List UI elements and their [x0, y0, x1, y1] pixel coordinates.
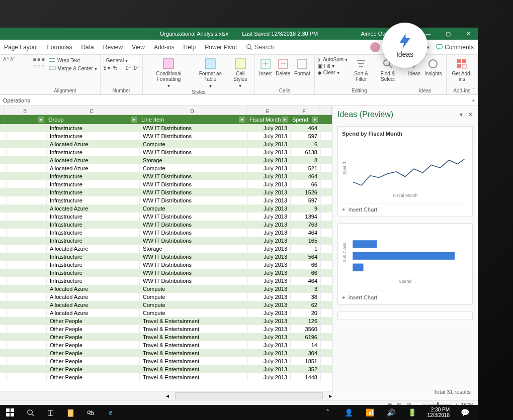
- cell-spend[interactable]: 66: [291, 261, 321, 269]
- avatar[interactable]: [370, 42, 380, 52]
- cell-spend[interactable]: 464: [291, 124, 321, 132]
- cell-spend[interactable]: 3: [291, 285, 321, 293]
- cell-group[interactable]: Other People: [47, 333, 140, 341]
- cell-group[interactable]: Other People: [47, 373, 140, 381]
- menu-formulas[interactable]: Formulas: [47, 44, 72, 51]
- search-icon[interactable]: [20, 405, 40, 420]
- cell-line-item[interactable]: Travel & Entertainment: [140, 365, 248, 373]
- table-row[interactable]: InfrastructureWW IT DistributionsJuly 20…: [0, 196, 332, 204]
- cell-line-item[interactable]: WW IT Distributions: [140, 277, 248, 285]
- table-row[interactable]: Allocated AzureComputeJuly 20136: [0, 140, 332, 148]
- filter-dropdown-icon[interactable]: ▾: [131, 117, 137, 123]
- cell-month[interactable]: July 2013: [248, 253, 291, 261]
- table-row[interactable]: InfrastructureWW IT DistributionsJuly 20…: [0, 221, 332, 229]
- cell-group[interactable]: Infrastructure: [47, 229, 140, 237]
- table-row[interactable]: Allocated AzureComputeJuly 2013521: [0, 164, 332, 172]
- cell-group[interactable]: Other People: [47, 325, 140, 333]
- cell-group[interactable]: Allocated Azure: [47, 156, 140, 164]
- conditional-formatting-button[interactable]: Conditional Formatting▾: [146, 57, 192, 89]
- cell-month[interactable]: July 2013: [248, 204, 291, 213]
- cell-month[interactable]: July 2013: [248, 365, 291, 373]
- filter-dropdown-icon[interactable]: ▾: [38, 117, 44, 123]
- table-row[interactable]: Other PeopleTravel & EntertainmentJuly 2…: [0, 365, 332, 373]
- cell-line-item[interactable]: Compute: [140, 140, 248, 148]
- pane-close-icon[interactable]: ✕: [468, 111, 473, 118]
- cell-month[interactable]: July 2013: [248, 172, 291, 180]
- cell-line-item[interactable]: Compute: [140, 301, 248, 309]
- table-row[interactable]: Allocated AzureComputeJuly 201320: [0, 309, 332, 317]
- table-row[interactable]: InfrastructureWW IT DistributionsJuly 20…: [0, 148, 332, 156]
- table-row[interactable]: InfrastructureWW IT DistributionsJuly 20…: [0, 237, 332, 245]
- collapse-ribbon-icon[interactable]: ˄: [472, 87, 475, 93]
- insert-chart-button[interactable]: + Insert Chart: [342, 291, 468, 300]
- cell-spend[interactable]: 1851: [291, 357, 321, 365]
- number-format-select[interactable]: General ▾: [104, 57, 139, 64]
- cell-month[interactable]: July 2013: [248, 269, 291, 277]
- table-row[interactable]: InfrastructureWW IT DistributionsJuly 20…: [0, 213, 332, 221]
- cell-spend[interactable]: 8: [291, 156, 321, 164]
- table-row[interactable]: Other PeopleTravel & EntertainmentJuly 2…: [0, 373, 332, 381]
- cell-group[interactable]: Infrastructure: [47, 148, 140, 156]
- menu-addins[interactable]: Add-ins: [154, 44, 175, 51]
- edge-icon[interactable]: e: [101, 405, 121, 420]
- cell-spend[interactable]: 464: [291, 172, 321, 180]
- search-input[interactable]: Search: [246, 44, 274, 51]
- table-row[interactable]: Other PeopleTravel & EntertainmentJuly 2…: [0, 341, 332, 349]
- comments-button[interactable]: Comments: [436, 44, 474, 51]
- table-row[interactable]: InfrastructureWW IT DistributionsJuly 20…: [0, 253, 332, 261]
- pane-minimize-icon[interactable]: ▾: [460, 111, 463, 118]
- cell-month[interactable]: July 2013: [248, 325, 291, 333]
- sort-filter-button[interactable]: Sort & Filter: [350, 57, 373, 83]
- cell-spend[interactable]: 66: [291, 180, 321, 188]
- menu-help[interactable]: Help: [184, 44, 196, 51]
- cell-group[interactable]: Allocated Azure: [47, 285, 140, 293]
- menu-data[interactable]: Data: [81, 44, 94, 51]
- cell-line-item[interactable]: Travel & Entertainment: [140, 349, 248, 357]
- table-row[interactable]: InfrastructureWW IT DistributionsJuly 20…: [0, 269, 332, 277]
- scroll-left-icon[interactable]: ◂: [166, 392, 169, 399]
- cell-spend[interactable]: 6: [291, 140, 321, 148]
- close-icon[interactable]: ✕: [461, 28, 476, 40]
- cell-spend[interactable]: 6196: [291, 333, 321, 341]
- cell-month[interactable]: July 2013: [248, 309, 291, 317]
- table-row[interactable]: Other PeopleTravel & EntertainmentJuly 2…: [0, 357, 332, 365]
- cell-group[interactable]: Infrastructure: [47, 237, 140, 245]
- cell-group[interactable]: Infrastructure: [47, 261, 140, 269]
- cell-line-item[interactable]: WW IT Distributions: [140, 132, 248, 140]
- menu-page-layout[interactable]: Page Layout: [4, 44, 38, 51]
- cell-spend[interactable]: 521: [291, 164, 321, 172]
- cell-month[interactable]: July 2013: [248, 293, 291, 301]
- cell-line-item[interactable]: WW IT Distributions: [140, 229, 248, 237]
- cell-group[interactable]: Allocated Azure: [47, 204, 140, 213]
- cell-spend[interactable]: 62: [291, 301, 321, 309]
- cell-spend[interactable]: 1526: [291, 188, 321, 196]
- insert-chart-button[interactable]: + Insert Chart: [342, 203, 468, 213]
- cell-group[interactable]: Allocated Azure: [47, 140, 140, 148]
- table-row[interactable]: InfrastructureWW IT DistributionsJuly 20…: [0, 172, 332, 180]
- table-row[interactable]: Allocated AzureComputeJuly 201362: [0, 301, 332, 309]
- volume-icon[interactable]: 🔊: [381, 405, 401, 420]
- cell-spend[interactable]: 1: [291, 245, 321, 253]
- cell-month[interactable]: July 2013: [248, 221, 291, 229]
- cell-line-item[interactable]: Travel & Entertainment: [140, 317, 248, 325]
- cell-spend[interactable]: 9: [291, 204, 321, 213]
- table-row[interactable]: InfrastructureWW IT DistributionsJuly 20…: [0, 229, 332, 237]
- cell-spend[interactable]: 165: [291, 237, 321, 245]
- table-row[interactable]: Allocated AzureComputeJuly 20139: [0, 204, 332, 213]
- cell-line-item[interactable]: WW IT Distributions: [140, 188, 248, 196]
- cell-line-item[interactable]: WW IT Distributions: [140, 253, 248, 261]
- cell-spend[interactable]: 304: [291, 349, 321, 357]
- cell-month[interactable]: July 2013: [248, 245, 291, 253]
- cell-group[interactable]: Allocated Azure: [47, 164, 140, 172]
- cell-group[interactable]: Infrastructure: [47, 180, 140, 188]
- cell-group[interactable]: Allocated Azure: [47, 301, 140, 309]
- cell-month[interactable]: July 2013: [248, 277, 291, 285]
- cell-line-item[interactable]: Storage: [140, 245, 248, 253]
- wrap-text-button[interactable]: Wrap Text: [49, 57, 97, 64]
- cell-group[interactable]: Other People: [47, 357, 140, 365]
- cell-group[interactable]: Allocated Azure: [47, 245, 140, 253]
- cell-spend[interactable]: 597: [291, 196, 321, 204]
- cell-group[interactable]: Other People: [47, 317, 140, 325]
- cell-group[interactable]: Infrastructure: [47, 124, 140, 132]
- cell-month[interactable]: July 2013: [248, 349, 291, 357]
